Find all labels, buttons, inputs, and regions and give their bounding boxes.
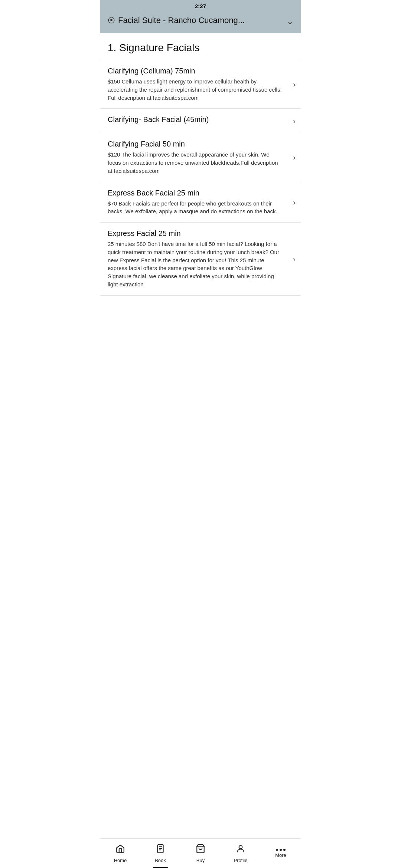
service-description: 25 minutes $80 Don't have time for a ful…: [108, 240, 283, 289]
profile-icon: [236, 844, 245, 856]
book-icon: [156, 844, 165, 856]
bottom-nav: Home Book Buy: [100, 838, 301, 868]
service-item[interactable]: Express Back Facial 25 min$70 Back Facia…: [100, 182, 301, 223]
nav-item-more[interactable]: More: [261, 839, 301, 868]
nav-item-profile[interactable]: Profile: [221, 839, 261, 868]
nav-item-book[interactable]: Book: [140, 839, 180, 868]
chevron-down-icon[interactable]: ⌄: [287, 17, 293, 26]
nav-label-home: Home: [114, 858, 127, 863]
main-content: 1. Signature Facials Clarifying (Celluma…: [100, 33, 301, 333]
service-description: $120 The facial improves the overall app…: [108, 151, 283, 175]
nav-label-more: More: [275, 852, 286, 858]
service-description: $150 Celluma uses light energy to improv…: [108, 78, 283, 102]
service-name: Express Back Facial 25 min: [108, 189, 283, 197]
chevron-right-icon: ›: [293, 153, 296, 162]
service-item[interactable]: Clarifying (Celluma) 75min$150 Celluma u…: [100, 60, 301, 108]
header-left: ⦿ Facial Suite - Rancho Cucamong...: [108, 15, 287, 26]
chevron-right-icon: ›: [293, 198, 296, 206]
home-icon: [115, 844, 125, 856]
service-name: Clarifying Facial 50 min: [108, 140, 283, 148]
services-list: Clarifying (Celluma) 75min$150 Celluma u…: [100, 60, 301, 296]
more-icon: [276, 849, 286, 851]
header-title: Facial Suite - Rancho Cucamong...: [118, 15, 245, 26]
chevron-right-icon: ›: [293, 80, 296, 89]
location-icon: ⦿: [108, 16, 115, 25]
nav-label-book: Book: [155, 858, 166, 863]
header: ⦿ Facial Suite - Rancho Cucamong... ⌄: [100, 11, 301, 33]
service-name: Express Facial 25 min: [108, 229, 283, 238]
service-item[interactable]: Clarifying- Back Facial (45min)›: [100, 108, 301, 133]
service-item[interactable]: Express Facial 25 min25 minutes $80 Don'…: [100, 222, 301, 296]
buy-icon: [196, 844, 205, 856]
service-item[interactable]: Clarifying Facial 50 min$120 The facial …: [100, 133, 301, 181]
nav-label-profile: Profile: [234, 858, 248, 863]
nav-label-buy: Buy: [196, 858, 205, 863]
service-name: Clarifying (Celluma) 75min: [108, 67, 283, 75]
chevron-right-icon: ›: [293, 116, 296, 125]
nav-item-buy[interactable]: Buy: [180, 839, 221, 868]
service-name: Clarifying- Back Facial (45min): [108, 115, 283, 124]
time: 2:27: [195, 3, 206, 9]
service-description: $70 Back Facials are perfect for people …: [108, 200, 283, 216]
status-bar: 2:27: [100, 0, 301, 11]
svg-point-5: [239, 845, 242, 849]
chevron-right-icon: ›: [293, 254, 296, 263]
section-heading: 1. Signature Facials: [100, 33, 301, 60]
nav-item-home[interactable]: Home: [100, 839, 140, 868]
